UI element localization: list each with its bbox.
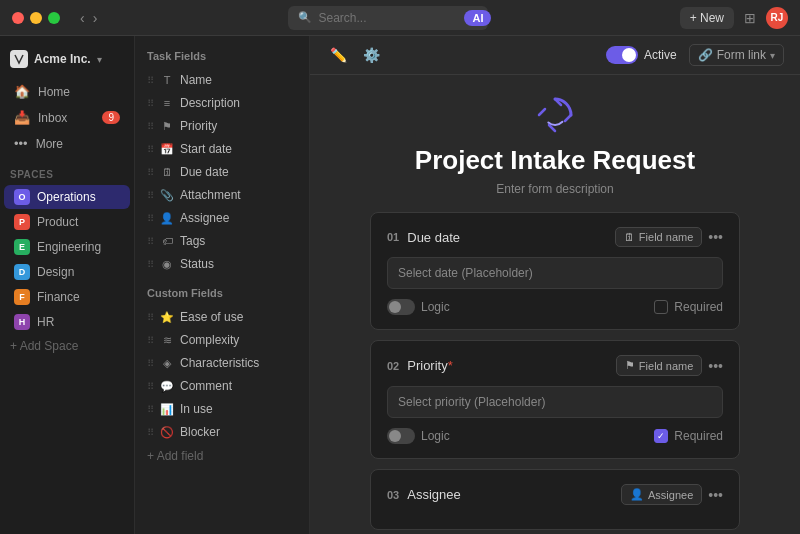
grid-icon[interactable]: ⊞ — [744, 10, 756, 26]
inbox-badge: 9 — [102, 111, 120, 124]
active-toggle[interactable] — [606, 46, 638, 64]
custom-fields-label: Custom Fields — [135, 283, 309, 305]
toolbar-right: Active 🔗 Form link ▾ — [606, 44, 784, 66]
sidebar-item-engineering[interactable]: E Engineering — [4, 235, 130, 259]
sidebar-item-finance[interactable]: F Finance — [4, 285, 130, 309]
home-icon: 🏠 — [14, 84, 30, 99]
form-link-button[interactable]: 🔗 Form link ▾ — [689, 44, 784, 66]
sidebar-item-product[interactable]: P Product — [4, 210, 130, 234]
sidebar-item-more[interactable]: ••• More — [4, 131, 130, 156]
ai-badge: AI — [464, 10, 491, 26]
field-item-characteristics[interactable]: ⠿ ◈ Characteristics — [139, 352, 305, 374]
logic-label: Logic — [421, 429, 450, 443]
drag-handle: ⠿ — [147, 404, 154, 415]
field-name-badge[interactable]: 👤 Assignee — [621, 484, 702, 505]
field-card-actions: ⚑ Field name ••• — [616, 355, 723, 376]
sidebar-item-home[interactable]: 🏠 Home — [4, 79, 130, 104]
field-footer: Logic ✓ Required — [387, 428, 723, 444]
sidebar-item-operations[interactable]: O Operations — [4, 185, 130, 209]
add-field-label: + Add field — [147, 449, 203, 463]
field-item-description[interactable]: ⠿ ≡ Description — [139, 92, 305, 114]
new-button[interactable]: + New — [680, 7, 734, 29]
field-item-status[interactable]: ⠿ ◉ Status — [139, 253, 305, 275]
sidebar-item-label: Home — [38, 85, 70, 99]
form-title: Project Intake Request — [415, 145, 695, 176]
field-item-in-use[interactable]: ⠿ 📊 In use — [139, 398, 305, 420]
sidebar-item-hr[interactable]: H HR — [4, 310, 130, 334]
field-item-start-date[interactable]: ⠿ 📅 Start date — [139, 138, 305, 160]
form-field-priority: 02 Priority* ⚑ Field name ••• Select pri… — [370, 340, 740, 459]
required-checkbox[interactable]: ✓ — [654, 429, 668, 443]
more-button[interactable]: ••• — [708, 229, 723, 245]
workspace-logo — [10, 50, 28, 68]
sidebar-item-label: More — [36, 137, 63, 151]
field-item-priority[interactable]: ⠿ ⚑ Priority — [139, 115, 305, 137]
space-label: HR — [37, 315, 54, 329]
field-item-complexity[interactable]: ⠿ ≋ Complexity — [139, 329, 305, 351]
due-date-icon: 🗓 — [160, 166, 174, 178]
back-icon[interactable]: ‹ — [80, 10, 85, 26]
field-item-attachment[interactable]: ⠿ 📎 Attachment — [139, 184, 305, 206]
field-number: 03 — [387, 489, 399, 501]
required-label: Required — [674, 429, 723, 443]
form-field-due-date: 01 Due date 🗓 Field name ••• Select date… — [370, 212, 740, 330]
field-label: Priority — [180, 119, 217, 133]
field-label: Ease of use — [180, 310, 243, 324]
more-button[interactable]: ••• — [708, 487, 723, 503]
field-input-due-date[interactable]: Select date (Placeholder) — [387, 257, 723, 289]
sidebar-nav: 🏠 Home 📥 Inbox 9 ••• More — [0, 74, 134, 161]
search-bar[interactable]: 🔍 AI — [288, 6, 488, 30]
titlebar-right: + New ⊞ RJ — [680, 7, 788, 29]
drag-handle: ⠿ — [147, 167, 154, 178]
field-item-name[interactable]: ⠿ T Name — [139, 69, 305, 91]
close-btn[interactable] — [12, 12, 24, 24]
space-label: Engineering — [37, 240, 101, 254]
field-card-title: 01 Due date — [387, 230, 460, 245]
workspace-header[interactable]: Acme Inc. ▾ — [0, 44, 134, 74]
forward-icon[interactable]: › — [93, 10, 98, 26]
logic-toggle: Logic — [387, 299, 450, 315]
edit-icon[interactable]: ✏️ — [326, 45, 351, 65]
settings-icon[interactable]: ⚙️ — [359, 45, 384, 65]
required-checkbox[interactable] — [654, 300, 668, 314]
field-label: Blocker — [180, 425, 220, 439]
avatar[interactable]: RJ — [766, 7, 788, 29]
field-item-comment[interactable]: ⠿ 💬 Comment — [139, 375, 305, 397]
field-item-blocker[interactable]: ⠿ 🚫 Blocker — [139, 421, 305, 443]
field-label: Assignee — [407, 487, 460, 502]
field-name-badge[interactable]: ⚑ Field name — [616, 355, 702, 376]
field-name-badge[interactable]: 🗓 Field name — [615, 227, 702, 247]
field-label: Priority* — [407, 358, 453, 373]
add-space-button[interactable]: + Add Space — [0, 335, 134, 357]
drag-handle: ⠿ — [147, 312, 154, 323]
field-item-ease-of-use[interactable]: ⠿ ⭐ Ease of use — [139, 306, 305, 328]
add-field-button[interactable]: + Add field — [139, 445, 305, 467]
field-item-due-date[interactable]: ⠿ 🗓 Due date — [139, 161, 305, 183]
window-controls — [12, 12, 60, 24]
sidebar-item-inbox[interactable]: 📥 Inbox 9 — [4, 105, 130, 130]
field-label: Attachment — [180, 188, 241, 202]
logic-toggle-switch[interactable] — [387, 299, 415, 315]
form-description[interactable]: Enter form description — [415, 182, 695, 196]
description-icon: ≡ — [160, 97, 174, 109]
form-field-assignee: 03 Assignee 👤 Assignee ••• — [370, 469, 740, 530]
search-input[interactable] — [318, 11, 458, 25]
required-label: Required — [674, 300, 723, 314]
drag-handle: ⠿ — [147, 75, 154, 86]
more-icon: ••• — [14, 136, 28, 151]
field-item-tags[interactable]: ⠿ 🏷 Tags — [139, 230, 305, 252]
minimize-btn[interactable] — [30, 12, 42, 24]
field-input-priority[interactable]: Select priority (Placeholder) — [387, 386, 723, 418]
form-link-label: Form link — [717, 48, 766, 62]
space-icon-engineering: E — [14, 239, 30, 255]
required-star: * — [448, 358, 453, 373]
more-button[interactable]: ••• — [708, 358, 723, 374]
sidebar-item-design[interactable]: D Design — [4, 260, 130, 284]
maximize-btn[interactable] — [48, 12, 60, 24]
field-number: 02 — [387, 360, 399, 372]
field-item-assignee[interactable]: ⠿ 👤 Assignee — [139, 207, 305, 229]
drag-handle: ⠿ — [147, 144, 154, 155]
inbox-icon: 📥 — [14, 110, 30, 125]
logic-toggle-switch[interactable] — [387, 428, 415, 444]
nav-arrows: ‹ › — [80, 10, 97, 26]
